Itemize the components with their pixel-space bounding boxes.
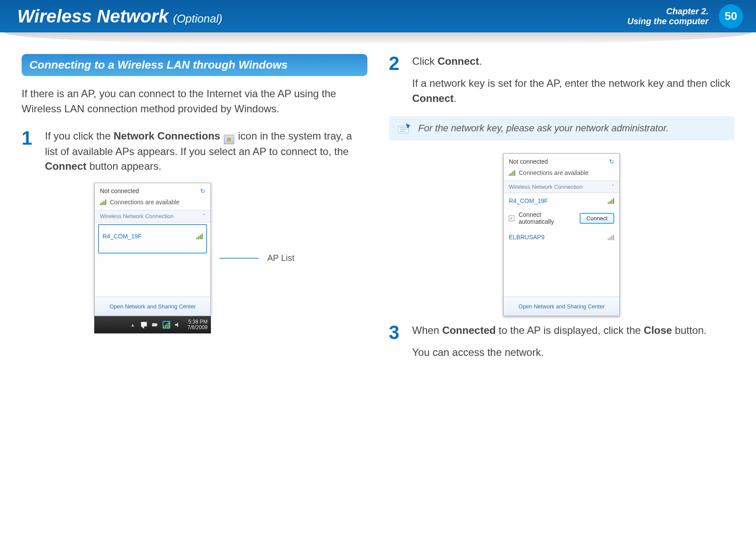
popup-1-available-row: Connections are available: [100, 199, 205, 206]
step-2-line2-bold: Connect: [412, 92, 454, 104]
step-3-body: When Connected to the AP is displayed, c…: [412, 323, 707, 360]
figure-2: Not connected ↻ Connections are availabl…: [389, 153, 735, 316]
refresh-icon[interactable]: ↻: [200, 187, 205, 194]
step-3-line1-post: button.: [672, 324, 707, 336]
chapter-label: Chapter 2. Using the computer: [627, 6, 708, 26]
signal-weak-icon: [608, 234, 614, 240]
ap-item-highlighted[interactable]: R4_COM_19F: [98, 224, 207, 254]
header-shadow: [4, 32, 752, 45]
page-header: Wireless Network (Optional) Chapter 2. U…: [0, 0, 756, 32]
popup-2-available-text: Connections are available: [519, 169, 588, 176]
step-2-line2-post: .: [454, 92, 457, 104]
step-3-line1-mid: to the AP is displayed, click the: [496, 324, 644, 336]
step-1: 1 If you click the Network Connections i…: [22, 129, 367, 174]
clock-date: 7/8/2009: [188, 325, 208, 330]
popup-2-footer-link[interactable]: Open Network and Sharing Center: [504, 297, 619, 316]
page-title-group: Wireless Network (Optional): [17, 6, 222, 27]
signal-icon: [100, 199, 106, 205]
power-icon[interactable]: [151, 321, 159, 329]
connect-auto-checkbox[interactable]: ✓: [509, 216, 514, 221]
popup-2-section-header[interactable]: Wireless Network Connection ˄: [504, 181, 619, 193]
chevron-up-icon: ˄: [612, 184, 614, 190]
page-title: Wireless Network: [17, 6, 169, 26]
ap-item-1-name: R4_COM_19F: [509, 197, 548, 204]
popup-1-header: Not connected ↻: [100, 187, 205, 194]
step-2-line1-bold: Connect: [437, 55, 479, 67]
step-3-line1-bold1: Connected: [442, 324, 496, 336]
action-center-icon[interactable]: [140, 321, 148, 329]
network-tray-icon[interactable]: [163, 321, 170, 329]
network-connections-icon: [224, 135, 234, 144]
popup-2-section-label: Wireless Network Connection: [509, 184, 583, 190]
popup-1-section-header[interactable]: Wireless Network Connection ˄: [95, 210, 211, 222]
step-1-text-post: button appears.: [86, 160, 161, 172]
popup-1-with-taskbar: Not connected ↻ Connections are availabl…: [94, 183, 211, 333]
step-3-number: 3: [389, 323, 406, 360]
section-heading: Connecting to a Wireless LAN through Win…: [22, 54, 367, 76]
popup-2-header: Not connected ↻: [509, 158, 614, 165]
signal-icon: [163, 322, 169, 328]
windows-taskbar: ▴ 5:38 PM 7/8/2009: [94, 316, 211, 333]
popup-1-status: Not connected: [100, 187, 139, 194]
step-1-text-pre: If you click the: [45, 130, 114, 142]
svg-rect-1: [152, 324, 156, 327]
figure-1: Not connected ↻ Connections are availabl…: [22, 183, 367, 333]
ap-item-1[interactable]: R4_COM_19F: [504, 193, 619, 209]
popup-2-available-row: Connections are available: [509, 169, 614, 176]
info-note-text: For the network key, please ask your net…: [418, 123, 669, 134]
svg-rect-0: [141, 322, 147, 327]
note-icon: [397, 122, 412, 134]
popup-1-available-text: Connections are available: [110, 199, 179, 206]
network-popup-2: Not connected ↻ Connections are availabl…: [503, 153, 620, 316]
step-1-number: 1: [22, 129, 39, 174]
chapter-line-1: Chapter 2.: [627, 6, 708, 16]
step-3-line1-pre: When: [412, 324, 442, 336]
taskbar-clock[interactable]: 5:38 PM 7/8/2009: [185, 319, 208, 330]
signal-icon: [608, 198, 614, 204]
ap-item-2[interactable]: ELBRUSAP9: [504, 229, 619, 245]
right-column: 2 Click Connect. If a network key is set…: [389, 54, 735, 369]
intro-text: If there is an AP, you can connect to th…: [22, 86, 367, 117]
popup-1-section-label: Wireless Network Connection: [100, 213, 174, 219]
step-1-bold-1: Network Connections: [114, 130, 220, 142]
ap-item-1-controls: ✓ Connect automatically Connect: [504, 209, 619, 229]
callout-ap-list: AP List: [267, 253, 294, 263]
left-column: Connecting to a Wireless LAN through Win…: [22, 54, 367, 369]
step-2: 2 Click Connect. If a network key is set…: [389, 54, 735, 106]
signal-icon: [509, 170, 515, 176]
step-2-line2-pre: If a network key is set for the AP, ente…: [412, 77, 730, 89]
step-2-body: Click Connect. If a network key is set f…: [412, 54, 735, 106]
step-3-line2: You can access the network.: [412, 345, 707, 360]
ap-item-2-name: ELBRUSAP9: [509, 234, 544, 241]
popup-1-footer-link[interactable]: Open Network and Sharing Center: [95, 297, 211, 316]
connect-auto-label: Connect automatically: [519, 211, 575, 225]
ap-1-name: R4_COM_19F: [102, 233, 141, 240]
popup-2-status: Not connected: [509, 158, 548, 165]
page-subtitle: (Optional): [173, 12, 222, 25]
chapter-line-2: Using the computer: [627, 16, 708, 26]
chapter-group: Chapter 2. Using the computer 50: [627, 4, 743, 29]
callout-connector: [220, 258, 258, 259]
refresh-icon[interactable]: ↻: [609, 158, 614, 165]
volume-icon[interactable]: [174, 321, 182, 329]
network-popup-1: Not connected ↻ Connections are availabl…: [94, 183, 211, 316]
page-number-badge: 50: [719, 4, 743, 29]
tray-chevron-icon[interactable]: ▴: [129, 321, 137, 329]
step-3-line1-bold2: Close: [644, 324, 672, 336]
step-1-bold-2: Connect: [45, 160, 86, 172]
step-2-number: 2: [389, 54, 406, 106]
chevron-up-icon: ˄: [203, 213, 205, 219]
signal-icon: [196, 233, 203, 239]
step-2-line1-pre: Click: [412, 55, 438, 67]
svg-rect-2: [156, 324, 157, 326]
step-2-line1-post: .: [479, 55, 482, 67]
info-note-box: For the network key, please ask your net…: [389, 116, 735, 140]
connect-button[interactable]: Connect: [580, 213, 614, 224]
step-1-body: If you click the Network Connections ico…: [45, 129, 367, 174]
step-3: 3 When Connected to the AP is displayed,…: [389, 323, 735, 360]
